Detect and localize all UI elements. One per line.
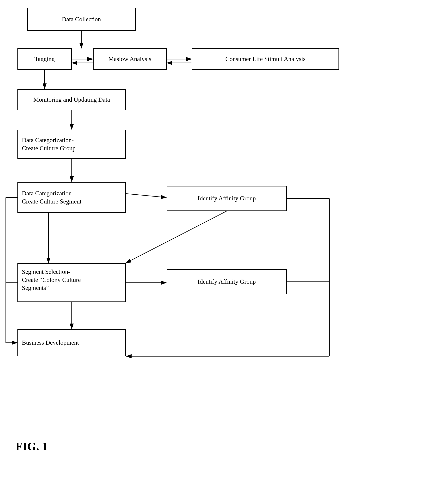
box-tagging: Tagging xyxy=(18,48,72,70)
diagram-container: Data Collection Tagging Maslow Analysis … xyxy=(0,0,447,465)
arrows-layer xyxy=(0,0,447,484)
box-consumer-life: Consumer Life Stimuli Analysis xyxy=(192,48,339,70)
box-identify-affinity-1: Identify Affinity Group xyxy=(167,186,287,211)
box-business-dev: Business Development xyxy=(18,329,126,356)
svg-line-12 xyxy=(126,211,227,263)
figure-label: FIG. 1 xyxy=(16,440,48,453)
box-segment-selection-label: Segment Selection- Create “Colony Cultur… xyxy=(22,268,81,292)
box-data-cat-group-label: Data Categorization- Create Culture Grou… xyxy=(22,136,75,152)
box-identify-affinity-2: Identify Affinity Group xyxy=(167,269,287,294)
box-monitoring: Monitoring and Updating Data xyxy=(18,89,126,110)
box-data-cat-segment-label: Data Categorization- Create Culture Segm… xyxy=(22,189,81,205)
box-segment-selection: Segment Selection- Create “Colony Cultur… xyxy=(18,263,126,302)
svg-line-10 xyxy=(126,194,166,198)
box-data-cat-segment: Data Categorization- Create Culture Segm… xyxy=(18,182,126,213)
box-data-collection: Data Collection xyxy=(27,8,136,31)
box-data-cat-group: Data Categorization- Create Culture Grou… xyxy=(18,130,126,159)
box-maslow: Maslow Analysis xyxy=(93,48,167,70)
